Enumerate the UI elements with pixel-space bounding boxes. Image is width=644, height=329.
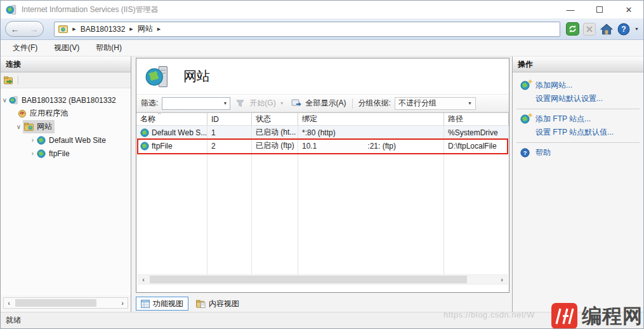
breadcrumb-arrow-icon: ▶ bbox=[157, 27, 161, 32]
sites-list: ^ 名称 ID 状态 绑定 路径 Default Web S... bbox=[136, 112, 509, 292]
help-icon: ? bbox=[617, 23, 630, 36]
actions-list: ✦ 添加网站... 设置网站默认设置... ✦ 添加 FTP 站点... 设置 … bbox=[513, 72, 643, 159]
new-star-icon: ✦ bbox=[528, 78, 533, 85]
go-filter-button[interactable] bbox=[234, 98, 246, 109]
sites-content-box: 网站 筛选: ▼ 开始(G) ▼ 全部显示(A) 分组依据: bbox=[136, 58, 509, 293]
connections-panel: 连接 ∨ BAB1801332 (BAB1801332 bbox=[1, 57, 131, 312]
list-empty-area bbox=[136, 152, 509, 274]
list-horizontal-scrollbar[interactable]: ‹ › bbox=[138, 274, 508, 285]
tree-label-server: BAB1801332 (BAB1801332 bbox=[22, 96, 116, 105]
navigation-toolbar: ← → ▶ BAB1801332 ▶ 网站 ▶ bbox=[1, 18, 643, 40]
expander-closed-icon[interactable]: › bbox=[29, 150, 37, 157]
window-title: Internet Information Services (IIS)管理器 bbox=[22, 4, 158, 15]
save-connection-button[interactable] bbox=[4, 76, 13, 84]
show-all-icon bbox=[291, 99, 301, 107]
expander-open-icon[interactable]: ∨ bbox=[1, 97, 9, 104]
tree-label-app-pools: 应用程序池 bbox=[30, 108, 68, 119]
maximize-icon bbox=[596, 6, 603, 13]
home-button[interactable] bbox=[600, 22, 614, 36]
help-dropdown-caret-icon[interactable]: ▼ bbox=[634, 27, 639, 31]
go-caret-icon[interactable]: ▼ bbox=[280, 101, 284, 105]
set-ftp-defaults-link[interactable]: 设置 FTP 站点默认值... bbox=[513, 126, 643, 139]
menu-view[interactable]: 视图(V) bbox=[46, 43, 88, 53]
set-website-defaults-link[interactable]: 设置网站默认设置... bbox=[513, 92, 643, 105]
table-row-ftp-file[interactable]: ftpFile 2 已启动 (ftp) 10.1:21: (ftp) D:\ft… bbox=[136, 139, 509, 152]
menu-bar: 文件(F) 视图(V) 帮助(H) bbox=[1, 40, 643, 57]
menu-help[interactable]: 帮助(H) bbox=[88, 43, 130, 53]
page-header: 网站 bbox=[136, 58, 509, 94]
add-ftp-site-link[interactable]: ✦ 添加 FTP 站点... bbox=[513, 112, 643, 126]
minimize-button[interactable]: — bbox=[556, 1, 585, 18]
expander-closed-icon[interactable]: › bbox=[29, 137, 37, 144]
list-header-row: ^ 名称 ID 状态 绑定 路径 bbox=[136, 112, 509, 126]
column-header-name[interactable]: ^ 名称 bbox=[136, 113, 207, 125]
add-website-icon: ✦ bbox=[519, 81, 530, 91]
table-row-default-web-site[interactable]: Default Web S... 1 已启动 (ht... *:80 (http… bbox=[136, 126, 509, 139]
restart-button[interactable] bbox=[565, 22, 579, 36]
actions-separator bbox=[516, 142, 640, 143]
filter-input[interactable]: ▼ bbox=[162, 97, 230, 110]
home-icon bbox=[600, 23, 613, 36]
actions-separator bbox=[516, 109, 640, 109]
cell-id: 1 bbox=[207, 126, 252, 139]
show-all-label[interactable]: 全部显示(A) bbox=[306, 98, 346, 109]
scroll-right-icon[interactable]: › bbox=[117, 299, 128, 307]
add-ftp-site-icon: ✦ bbox=[519, 114, 530, 124]
view-tabs: 功能视图 内容视图 bbox=[136, 297, 244, 311]
tree-item-app-pools[interactable]: 应用程序池 bbox=[1, 107, 131, 120]
scrollbar-thumb[interactable] bbox=[150, 276, 467, 283]
connections-tree: ∨ BAB1801332 (BAB1801332 应用程序池 ∨ bbox=[1, 88, 131, 295]
stop-button[interactable] bbox=[582, 22, 596, 36]
page-title: 网站 bbox=[183, 67, 210, 85]
group-by-label: 分组依据: bbox=[358, 98, 391, 109]
scroll-left-icon[interactable]: ‹ bbox=[4, 299, 14, 307]
server-icon bbox=[9, 95, 18, 105]
back-button[interactable]: ← bbox=[11, 25, 20, 34]
column-header-status[interactable]: 状态 bbox=[252, 113, 298, 125]
breadcrumb-sites[interactable]: 网站 bbox=[138, 24, 153, 34]
sites-folder-icon bbox=[24, 123, 34, 131]
cell-name: Default Web S... bbox=[152, 128, 207, 137]
close-button[interactable]: ✕ bbox=[614, 1, 643, 18]
cell-binding: 10.1:21: (ftp) bbox=[298, 139, 444, 152]
maximize-button[interactable] bbox=[585, 1, 614, 18]
add-website-link[interactable]: ✦ 添加网站... bbox=[513, 79, 643, 92]
cell-status: 已启动 (ftp) bbox=[252, 139, 298, 152]
tree-item-ftp-file[interactable]: › ftpFile bbox=[1, 147, 131, 160]
menu-file[interactable]: 文件(F) bbox=[4, 43, 46, 53]
expander-open-icon[interactable]: ∨ bbox=[15, 123, 23, 130]
cell-path: %SystemDrive bbox=[444, 126, 509, 139]
column-header-id[interactable]: ID bbox=[207, 113, 252, 125]
features-view-icon bbox=[141, 300, 150, 308]
filter-divider bbox=[352, 98, 353, 109]
connections-toolbar bbox=[1, 72, 131, 88]
scroll-right-icon[interactable]: › bbox=[497, 276, 507, 283]
sidebar-horizontal-scrollbar[interactable]: ‹ › bbox=[3, 297, 128, 309]
cell-status: 已启动 (ht... bbox=[252, 126, 298, 139]
tab-features-view[interactable]: 功能视图 bbox=[136, 297, 188, 311]
tab-label: 功能视图 bbox=[153, 299, 183, 309]
dropdown-caret-icon: ▼ bbox=[468, 101, 472, 105]
column-header-path[interactable]: 路径 bbox=[444, 113, 509, 125]
column-header-binding[interactable]: 绑定 bbox=[298, 113, 444, 125]
scrollbar-thumb[interactable] bbox=[15, 299, 96, 307]
bianchengwang-logo-text: 编程网 bbox=[582, 306, 643, 326]
tree-label-default-web-site: Default Web Site bbox=[49, 136, 106, 145]
scroll-left-icon[interactable]: ‹ bbox=[138, 276, 148, 283]
tree-item-server[interactable]: ∨ BAB1801332 (BAB1801332 bbox=[1, 93, 131, 107]
tree-item-default-web-site[interactable]: › Default Web Site bbox=[1, 133, 131, 147]
tab-content-view[interactable]: 内容视图 bbox=[192, 297, 244, 311]
tree-item-sites[interactable]: ∨ 网站 bbox=[1, 120, 131, 133]
help-icon: ? bbox=[519, 148, 530, 158]
show-all-button[interactable] bbox=[291, 98, 302, 109]
group-by-select[interactable]: 不进行分组 ▼ bbox=[395, 97, 476, 110]
forward-button[interactable]: → bbox=[29, 25, 38, 34]
toolbar-icons: ? ▼ bbox=[565, 22, 639, 36]
bianchengwang-brand: 编程网 bbox=[551, 303, 643, 329]
help-link[interactable]: ? 帮助 bbox=[513, 146, 643, 159]
cell-name: ftpFile bbox=[152, 142, 173, 151]
go-label[interactable]: 开始(G) bbox=[249, 98, 275, 109]
breadcrumb-server[interactable]: BAB1801332 bbox=[81, 25, 126, 34]
address-bar[interactable]: ▶ BAB1801332 ▶ 网站 ▶ bbox=[54, 22, 560, 37]
help-button[interactable]: ? bbox=[617, 22, 631, 36]
